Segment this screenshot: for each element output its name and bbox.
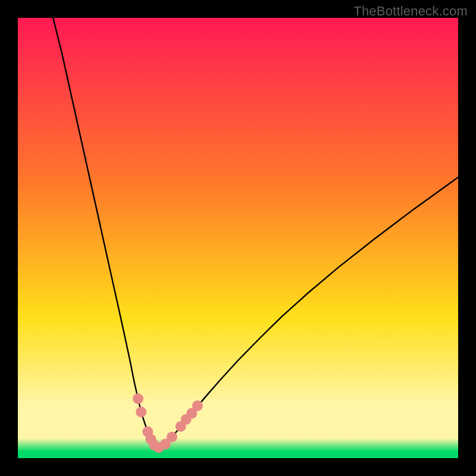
data-marker (167, 431, 177, 442)
data-marker (192, 400, 203, 411)
chart-frame: TheBottleneck.com (0, 0, 476, 476)
gradient-background (18, 18, 458, 458)
data-marker (133, 393, 143, 404)
chart-svg (18, 18, 458, 458)
watermark-text: TheBottleneck.com (353, 4, 468, 19)
data-marker (136, 406, 146, 417)
plot-area (18, 18, 458, 458)
